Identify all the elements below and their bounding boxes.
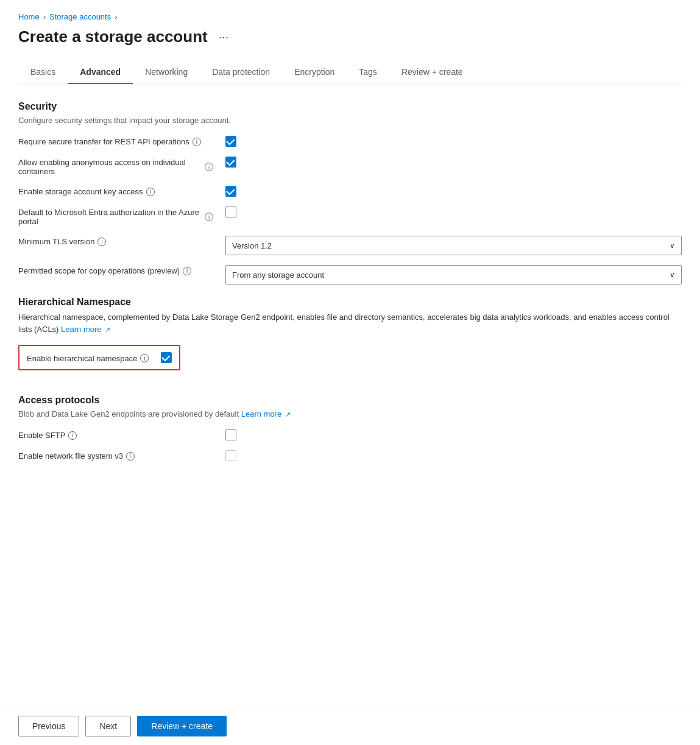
form-row-key-access: Enable storage account key access i <box>18 186 682 197</box>
tab-tags[interactable]: Tags <box>347 61 389 84</box>
hierarchical-learn-more[interactable]: Learn more ↗ <box>61 325 110 334</box>
label-secure-transfer: Require secure transfer for REST API ope… <box>18 136 213 146</box>
access-protocols-desc: Blob and Data Lake Gen2 endpoints are pr… <box>18 409 682 418</box>
label-tls: Minimum TLS version i <box>18 236 213 246</box>
page-title-row: Create a storage account ··· <box>18 27 682 46</box>
info-entra-auth[interactable]: i <box>205 213 213 221</box>
highlighted-hierarchical-row: Enable hierarchical namespace i <box>18 345 180 370</box>
info-nfs-v3[interactable]: i <box>126 452 135 461</box>
info-hierarchical-namespace[interactable]: i <box>140 354 149 362</box>
tab-review-create[interactable]: Review + create <box>389 61 475 84</box>
breadcrumb-sep1: › <box>43 12 46 21</box>
copy-scope-value: From any storage account <box>232 270 324 280</box>
checkbox-secure-transfer[interactable] <box>225 136 236 147</box>
breadcrumb: Home › Storage accounts › <box>18 12 682 21</box>
label-anonymous-access: Allow enabling anonymous access on indiv… <box>18 157 213 176</box>
security-section-title: Security <box>18 101 682 112</box>
form-row-secure-transfer: Require secure transfer for REST API ope… <box>18 136 682 147</box>
tls-value: Version 1.2 <box>232 241 272 250</box>
checkbox-entra-auth[interactable] <box>225 207 236 217</box>
tab-networking[interactable]: Networking <box>133 61 200 84</box>
form-row-nfs-v3: Enable network file system v3 i <box>18 450 682 461</box>
checkbox-key-access[interactable] <box>225 186 236 197</box>
tab-encryption[interactable]: Encryption <box>282 61 347 84</box>
tab-data-protection[interactable]: Data protection <box>200 61 282 84</box>
breadcrumb-sep2: › <box>115 12 117 21</box>
hierarchical-section-title: Hierarchical Namespace <box>18 297 682 308</box>
tls-chevron: ∨ <box>670 241 675 250</box>
checkbox-hierarchical-namespace[interactable] <box>161 352 172 363</box>
select-tls-version[interactable]: Version 1.2 ∨ <box>225 236 682 255</box>
form-row-entra-auth: Default to Microsoft Entra authorization… <box>18 207 682 226</box>
breadcrumb-storage-accounts[interactable]: Storage accounts <box>49 12 111 21</box>
form-row-copy-scope: Permitted scope for copy operations (pre… <box>18 265 682 284</box>
access-protocols-external-icon: ↗ <box>285 411 291 418</box>
select-copy-scope[interactable]: From any storage account ∨ <box>225 265 682 284</box>
tabs-nav: Basics Advanced Networking Data protecti… <box>18 61 682 84</box>
hierarchical-desc: Hierarchical namespace, complemented by … <box>18 311 682 335</box>
label-sftp: Enable SFTP i <box>18 429 213 440</box>
learn-more-external-icon: ↗ <box>105 326 110 333</box>
info-anonymous-access[interactable]: i <box>205 163 213 171</box>
label-key-access: Enable storage account key access i <box>18 186 213 196</box>
checkbox-nfs-v3[interactable] <box>225 450 236 461</box>
form-row-tls: Minimum TLS version i Version 1.2 ∨ <box>18 236 682 255</box>
info-key-access[interactable]: i <box>146 188 155 196</box>
label-copy-scope: Permitted scope for copy operations (pre… <box>18 265 213 275</box>
access-protocols-title: Access protocols <box>18 395 682 406</box>
info-sftp[interactable]: i <box>68 431 77 440</box>
security-section-desc: Configure security settings that impact … <box>18 116 682 125</box>
breadcrumb-home[interactable]: Home <box>18 12 40 21</box>
form-row-sftp: Enable SFTP i <box>18 429 682 440</box>
tab-advanced[interactable]: Advanced <box>68 61 133 84</box>
info-secure-transfer[interactable]: i <box>193 138 201 146</box>
ellipsis-button[interactable]: ··· <box>215 29 233 45</box>
copy-scope-chevron: ∨ <box>670 270 675 279</box>
page-title: Create a storage account <box>18 27 208 46</box>
label-nfs-v3: Enable network file system v3 i <box>18 450 213 461</box>
access-protocols-learn-more[interactable]: Learn more ↗ <box>241 409 291 418</box>
label-hierarchical-namespace: Enable hierarchical namespace i <box>27 353 149 363</box>
label-entra-auth: Default to Microsoft Entra authorization… <box>18 207 213 226</box>
checkbox-sftp[interactable] <box>225 429 236 440</box>
checkbox-anonymous-access[interactable] <box>225 157 236 168</box>
info-tls[interactable]: i <box>97 238 106 246</box>
info-copy-scope[interactable]: i <box>183 267 191 275</box>
tab-basics[interactable]: Basics <box>18 61 68 84</box>
form-row-anonymous-access: Allow enabling anonymous access on indiv… <box>18 157 682 176</box>
